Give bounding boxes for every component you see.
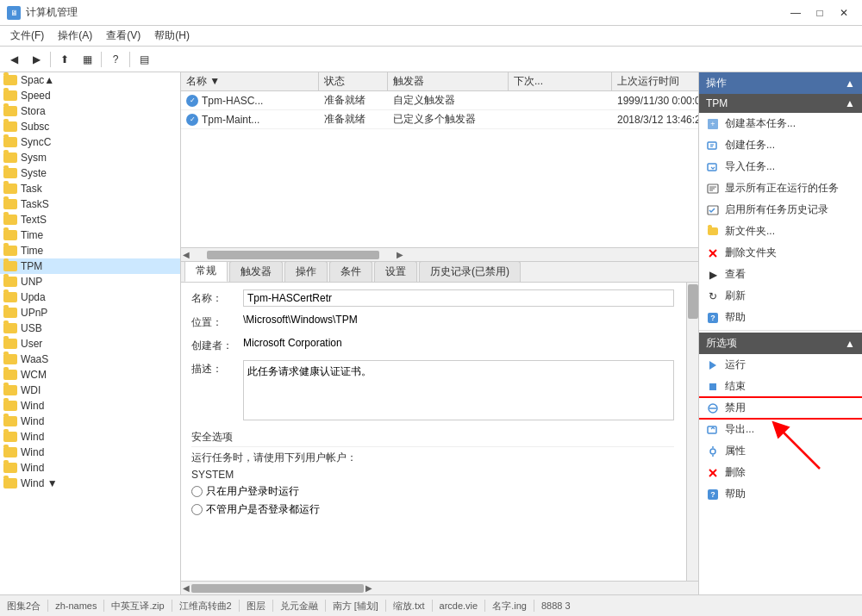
options-header[interactable]: 所选项 ▲ — [699, 333, 862, 354]
right-item-export[interactable]: 导出... — [699, 419, 862, 440]
create-basic-label: 创建基本任务... — [725, 116, 796, 131]
view-label: 查看 — [725, 267, 746, 282]
refresh-label: 刷新 — [725, 289, 746, 303]
bottom-scroll[interactable]: ◀ ▶ — [181, 581, 698, 594]
sidebar-item-stora[interactable]: Stora — [0, 103, 180, 119]
sidebar-item-tasks[interactable]: TaskS — [0, 196, 180, 212]
th-trigger[interactable]: 触发器 — [388, 72, 509, 90]
enable-history-label: 启用所有任务历史记录 — [725, 202, 828, 217]
name-input[interactable] — [243, 289, 674, 307]
right-item-disable[interactable]: 禁用 — [699, 397, 862, 419]
sidebar-item-tpm[interactable]: TPM — [0, 258, 180, 274]
field-value-name — [243, 289, 674, 307]
sidebar-item-syncc[interactable]: SyncC — [0, 134, 180, 150]
right-item-view[interactable]: ▶ 查看 — [699, 264, 862, 285]
create-icon — [706, 139, 720, 152]
sidebar-item-wind6[interactable]: Wind ▼ — [0, 476, 180, 491]
sidebar-item-task[interactable]: Task — [0, 181, 180, 196]
table-row-2[interactable]: ✓ Tpm-Maint... 准备就绪 已定义多个触发器 2018/3/12 1… — [181, 110, 698, 129]
field-value-desc: 此任务请求健康认证证书。 — [243, 360, 674, 423]
th-last[interactable]: 上次运行时间 — [612, 72, 698, 90]
sidebar-item-syste[interactable]: Syste — [0, 165, 180, 181]
folder-icon — [3, 121, 17, 132]
menu-action[interactable]: 操作(A) — [51, 27, 99, 45]
minimize-button[interactable]: — — [784, 3, 807, 22]
sidebar-item-user[interactable]: User — [0, 336, 180, 352]
right-item-help2[interactable]: ? 帮助 — [699, 483, 862, 505]
sidebar-item-sysm[interactable]: Sysm — [0, 150, 180, 165]
right-item-create[interactable]: 创建任务... — [699, 134, 862, 156]
tab-triggers[interactable]: 触发器 — [229, 262, 283, 282]
tab-history[interactable]: 历史记录(已禁用) — [419, 262, 521, 282]
sidebar-item-usb[interactable]: USB — [0, 320, 180, 336]
sidebar-item-upda[interactable]: Upda — [0, 289, 180, 305]
forward-button[interactable]: ▶ — [26, 49, 47, 70]
tab-settings[interactable]: 设置 — [374, 262, 417, 282]
th-status[interactable]: 状态 — [319, 72, 388, 90]
folder-icon — [3, 261, 17, 271]
help-toolbar-button[interactable]: ? — [105, 49, 126, 70]
sidebar-item-wind5[interactable]: Wind — [0, 460, 180, 476]
right-item-refresh[interactable]: ↻ 刷新 — [699, 285, 862, 307]
table-row[interactable]: ✓ Tpm-HASC... 准备就绪 自定义触发器 1999/11/30 0:0… — [181, 91, 698, 110]
menu-toolbar-button[interactable]: ▤ — [134, 49, 154, 70]
sidebar-item-speed[interactable]: Speed — [0, 88, 180, 103]
close-button[interactable]: ✕ — [833, 3, 855, 22]
desc-textarea[interactable]: 此任务请求健康认证证书。 — [243, 360, 674, 420]
right-item-properties[interactable]: 属性 — [699, 440, 862, 462]
sidebar-item-time2[interactable]: Time — [0, 243, 180, 258]
folder-icon — [3, 354, 17, 364]
table-header: 名称 ▼ 状态 触发器 下次... 上次运行时间 — [181, 72, 698, 91]
tab-actions[interactable]: 操作 — [284, 262, 328, 282]
th-name[interactable]: 名称 ▼ — [181, 72, 319, 90]
menu-help[interactable]: 帮助(H) — [147, 27, 197, 45]
status-sep-3 — [172, 600, 172, 612]
sidebar-item-space[interactable]: Spac▲ — [0, 72, 180, 88]
sidebar-item-unp[interactable]: UNP — [0, 274, 180, 289]
menu-file[interactable]: 文件(F) — [3, 27, 51, 45]
sidebar-item-wind1[interactable]: Wind — [0, 398, 180, 414]
right-item-show-running[interactable]: 显示所有正在运行的任务 — [699, 177, 862, 199]
td-name-1: ✓ Tpm-HASC... — [181, 93, 319, 109]
svg-marker-15 — [709, 361, 716, 370]
tpm-section-header[interactable]: TPM ▲ — [699, 94, 862, 113]
sidebar-item-wind2[interactable]: Wind — [0, 414, 180, 429]
view-button[interactable]: ▦ — [77, 49, 97, 70]
menu-view[interactable]: 查看(V) — [99, 27, 147, 45]
operations-header-label: 操作 — [706, 76, 727, 90]
sidebar-item-wind4[interactable]: Wind — [0, 445, 180, 460]
radio-always[interactable] — [191, 504, 203, 515]
sidebar-item-wind3[interactable]: Wind — [0, 429, 180, 445]
operations-header[interactable]: 操作 ▲ — [699, 72, 862, 94]
right-item-end[interactable]: 结束 — [699, 376, 862, 397]
sidebar-item-wdi[interactable]: WDI — [0, 383, 180, 398]
right-item-delete[interactable]: 删除 — [699, 462, 862, 483]
field-row-author: 创建者： Microsoft Corporation — [191, 337, 674, 353]
right-item-run[interactable]: 运行 — [699, 354, 862, 376]
right-item-delete-folder[interactable]: 删除文件夹 — [699, 242, 862, 264]
right-item-import[interactable]: 导入任务... — [699, 156, 862, 177]
tab-general[interactable]: 常规 — [184, 262, 228, 282]
tab-scrollbar[interactable] — [686, 283, 698, 581]
up-button[interactable]: ⬆ — [54, 49, 75, 70]
right-item-new-folder[interactable]: 新文件夹... — [699, 221, 862, 242]
right-item-enable-history[interactable]: 启用所有任务历史记录 — [699, 199, 862, 221]
table-scrollbar[interactable]: ◀ ▶ — [181, 247, 698, 261]
sidebar-item-upnp[interactable]: UPnP — [0, 305, 180, 320]
sidebar-item-subsc[interactable]: Subsc — [0, 119, 180, 134]
tab-conditions[interactable]: 条件 — [329, 262, 372, 282]
th-next[interactable]: 下次... — [509, 72, 612, 90]
task-icon-1: ✓ — [186, 95, 198, 107]
right-divider — [699, 330, 862, 331]
back-button[interactable]: ◀ — [3, 49, 24, 70]
radio-login[interactable] — [191, 486, 203, 497]
sidebar-item-waas[interactable]: WaaS — [0, 352, 180, 367]
maximize-button[interactable]: □ — [809, 3, 831, 22]
right-item-create-basic[interactable]: + 创建基本任务... — [699, 113, 862, 134]
sidebar-item-time1[interactable]: Time — [0, 227, 180, 243]
sidebar-item-wcm[interactable]: WCM — [0, 367, 180, 383]
folder-icon — [3, 370, 17, 380]
create-basic-icon: + — [706, 117, 720, 131]
right-item-help-tpm[interactable]: ? 帮助 — [699, 307, 862, 328]
sidebar-item-texts[interactable]: TextS — [0, 212, 180, 227]
